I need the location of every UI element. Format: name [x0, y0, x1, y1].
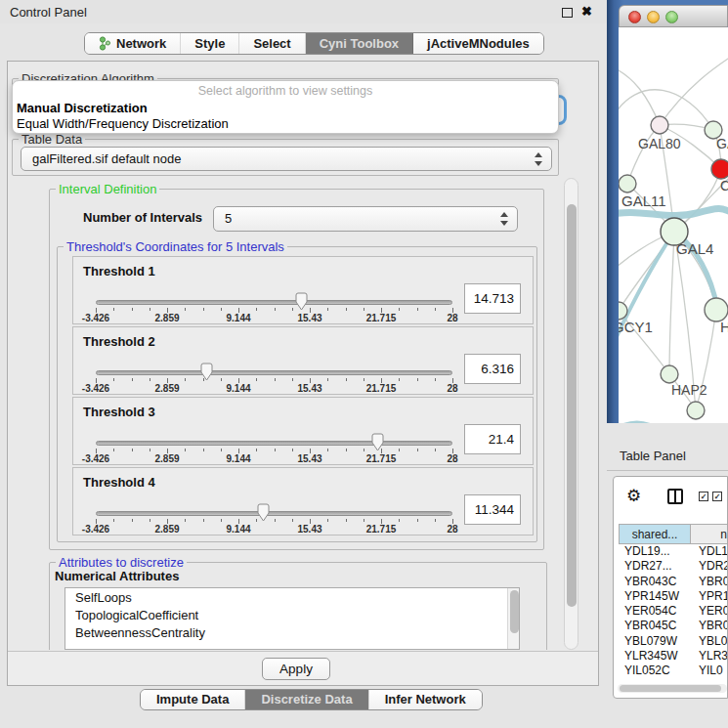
control-panel-tab-bar: Network Style Select Cyni Toolbox jActiv… [84, 32, 544, 55]
node-hap2[interactable] [661, 365, 678, 383]
network-view-frame: GAL80 GA C GAL11 GAL4 GCY1 H HAP2 [607, 0, 728, 423]
algorithm-dropdown-popup: Select algorithm to view settings Manual… [12, 80, 559, 134]
number-of-intervals-combobox[interactable]: 5 [213, 206, 518, 232]
control-panel-title: Control Panel [10, 5, 87, 20]
cell-name[interactable]: YDR2 [691, 559, 728, 574]
node-gal11[interactable] [619, 175, 636, 193]
algorithm-option-equal-width-frequency[interactable]: Equal Width/Frequency Discretization [17, 116, 229, 131]
table-data-combobox[interactable]: galFiltered.sif default node [21, 147, 552, 171]
numerical-attributes-list[interactable]: SelfLoops TopologicalCoefficient Between… [64, 587, 520, 650]
settings-scroll-viewport: Interval Definition Number of Intervals … [12, 178, 562, 650]
cell-shared-name[interactable]: YBR045C [619, 619, 691, 633]
gear-icon[interactable]: ⚙ [626, 486, 641, 506]
threshold-2-value-field[interactable]: 6.316 [464, 354, 521, 384]
algorithm-popup-hint: Select algorithm to view settings [13, 84, 558, 98]
cell-name[interactable]: YBL0 [691, 634, 728, 649]
cell-name[interactable]: YIL0 [691, 664, 728, 678]
table-row[interactable]: YBR045CYBR0 [619, 619, 728, 633]
tab-impute-data[interactable]: Impute Data [141, 690, 245, 709]
close-traffic-light-icon[interactable] [628, 11, 641, 23]
cell-name[interactable]: YBR0 [691, 619, 728, 633]
network-window-titlebar[interactable] [619, 5, 728, 27]
attributes-list-scrollbar[interactable] [507, 588, 520, 650]
node-red-selected[interactable] [711, 159, 728, 179]
interval-definition-group-label: Interval Definition [56, 182, 159, 196]
cell-shared-name[interactable]: YBL079W [619, 634, 691, 649]
threshold-4-value-field[interactable]: 11.344 [464, 494, 521, 525]
network-icon [99, 36, 111, 51]
algorithm-option-manual-discretization[interactable]: Manual Discretization [17, 101, 148, 115]
tab-discretize-data[interactable]: Discretize Data [245, 690, 368, 709]
control-panel-titlebar: Control Panel ✖ [0, 0, 607, 23]
tab-jactivemnodules[interactable]: jActiveMNodules [413, 33, 543, 54]
cell-shared-name[interactable]: YBR043C [619, 575, 691, 589]
number-of-intervals-value: 5 [225, 211, 232, 226]
node-gal80[interactable] [651, 116, 668, 134]
network-window: GAL80 GA C GAL11 GAL4 GCY1 H HAP2 [619, 5, 728, 423]
column-header-shared-name[interactable]: shared... [619, 524, 691, 544]
threshold-4-panel: Threshold 4 -3.4262.8599.14415.4321.7152… [72, 467, 534, 535]
threshold-3-value-field[interactable]: 21.4 [464, 424, 521, 454]
table-row[interactable]: YER054CYER0 [619, 604, 728, 619]
list-item-selfloops[interactable]: SelfLoops [65, 588, 519, 606]
network-graph: GAL80 GA C GAL11 GAL4 GCY1 H HAP2 [619, 27, 728, 423]
tab-style[interactable]: Style [181, 33, 239, 54]
combobox-stepper-icon [500, 212, 508, 226]
table-row[interactable]: YBL079WYBL0 [619, 634, 728, 649]
cell-name[interactable]: YDL1 [691, 544, 728, 559]
threshold-2-slider-thumb[interactable] [199, 363, 214, 381]
list-item-betweennesscentrality[interactable]: BetweennessCentrality [65, 623, 519, 641]
float-window-icon[interactable] [562, 8, 573, 18]
table-horizontal-scrollbar[interactable] [618, 684, 727, 693]
column-header-name[interactable]: na [691, 524, 728, 544]
checkbox-icon[interactable]: ✓ [712, 492, 722, 501]
table-panel-body: ⚙ ✓ ✓ shared... na YDL19...YDL1 YDR27...… [613, 476, 728, 699]
cell-name[interactable]: YPR1 [691, 589, 728, 604]
tab-network-label: Network [116, 36, 166, 51]
cell-shared-name[interactable]: YIL052C [619, 664, 691, 678]
node-label-gal80: GAL80 [638, 136, 681, 151]
table-row[interactable]: YBR043CYBR0 [619, 575, 728, 589]
threshold-1-value-field[interactable]: 14.713 [464, 283, 521, 314]
cell-shared-name[interactable]: YDR27... [619, 559, 691, 574]
cell-shared-name[interactable]: YER054C [619, 604, 691, 619]
threshold-4-slider-thumb[interactable] [256, 503, 271, 522]
combobox-stepper-icon [535, 152, 542, 166]
table-row[interactable]: YIL052CYIL0 [619, 664, 728, 678]
network-canvas[interactable]: GAL80 GA C GAL11 GAL4 GCY1 H HAP2 [619, 27, 728, 423]
list-item-topologicalcoefficient[interactable]: TopologicalCoefficient [65, 606, 519, 623]
node-label-hap2: HAP2 [671, 382, 707, 398]
table-data-group: Table Data galFiltered.sif default node [12, 139, 559, 176]
node-bottom[interactable] [687, 402, 705, 419]
application-window: Control Panel ✖ Network Style Select Cyn… [0, 0, 728, 728]
table-data-group-label: Table Data [19, 132, 85, 147]
table-row[interactable]: YLR345WYLR3 [619, 649, 728, 664]
cell-shared-name[interactable]: YPR145W [619, 589, 691, 604]
node-label-c-clipped: C [720, 178, 728, 193]
tab-network[interactable]: Network [85, 33, 181, 54]
zoom-traffic-light-icon[interactable] [665, 11, 678, 23]
apply-button[interactable]: Apply [262, 658, 330, 680]
node-label-h-clipped: H [720, 319, 728, 335]
tab-cyni-toolbox[interactable]: Cyni Toolbox [306, 33, 413, 54]
cell-shared-name[interactable]: YDL19... [619, 544, 691, 559]
tab-select[interactable]: Select [239, 33, 305, 54]
split-columns-icon[interactable] [667, 489, 683, 504]
table-row[interactable]: YDL19...YDL1 [619, 544, 728, 559]
table-data-combobox-value: galFiltered.sif default node [32, 151, 181, 166]
threshold-1-slider-thumb[interactable] [294, 292, 309, 311]
table-row[interactable]: YPR145WYPR1 [619, 589, 728, 604]
settings-vertical-scrollbar[interactable] [564, 178, 578, 650]
close-icon[interactable]: ✖ [581, 4, 592, 19]
tab-infer-network[interactable]: Infer Network [369, 690, 482, 709]
cell-name[interactable]: YBR0 [691, 575, 728, 589]
checkbox-icon[interactable]: ✓ [699, 492, 708, 501]
attributes-group-label: Attributes to discretize [56, 555, 187, 570]
cell-shared-name[interactable]: YLR345W [619, 649, 691, 664]
cell-name[interactable]: YLR3 [691, 649, 728, 664]
minimize-traffic-light-icon[interactable] [647, 11, 660, 23]
table-panel-header: Table Panel [607, 423, 728, 471]
threshold-3-slider-thumb[interactable] [370, 433, 385, 451]
cell-name[interactable]: YER0 [691, 604, 728, 619]
table-row[interactable]: YDR27...YDR2 [619, 559, 728, 574]
